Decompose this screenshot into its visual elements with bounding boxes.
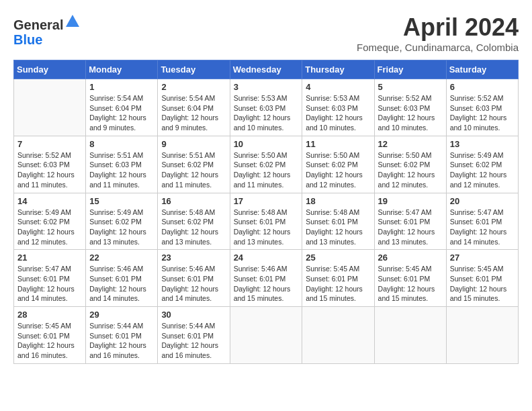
day-info: Sunrise: 5:48 AMSunset: 6:02 PMDaylight:…	[161, 208, 226, 247]
calendar-cell: 11Sunrise: 5:50 AMSunset: 6:02 PMDayligh…	[302, 136, 374, 193]
calendar-cell: 5Sunrise: 5:52 AMSunset: 6:03 PMDaylight…	[374, 79, 446, 136]
day-info: Sunrise: 5:46 AMSunset: 6:01 PMDaylight:…	[161, 264, 226, 304]
day-number: 6	[450, 82, 515, 92]
calendar-cell: 8Sunrise: 5:51 AMSunset: 6:03 PMDaylight…	[86, 136, 158, 193]
title-area: April 2024 Fomeque, Cundinamarca, Colomb…	[357, 13, 519, 53]
day-number: 3	[234, 82, 299, 92]
logo-blue: Blue	[13, 32, 42, 47]
day-info: Sunrise: 5:44 AMSunset: 6:01 PMDaylight:…	[161, 321, 226, 361]
weekday-header: Friday	[374, 60, 446, 79]
day-info: Sunrise: 5:53 AMSunset: 6:03 PMDaylight:…	[306, 93, 370, 133]
day-info: Sunrise: 5:49 AMSunset: 6:02 PMDaylight:…	[89, 208, 154, 247]
calendar-cell: 14Sunrise: 5:49 AMSunset: 6:02 PMDayligh…	[14, 193, 86, 250]
page-header: General Blue April 2024 Fomeque, Cundina…	[13, 13, 519, 53]
day-info: Sunrise: 5:45 AMSunset: 6:01 PMDaylight:…	[17, 321, 82, 361]
day-info: Sunrise: 5:51 AMSunset: 6:03 PMDaylight:…	[89, 150, 154, 190]
day-number: 2	[161, 82, 226, 92]
day-number: 7	[17, 139, 82, 149]
day-info: Sunrise: 5:49 AMSunset: 6:02 PMDaylight:…	[450, 150, 515, 190]
day-number: 12	[378, 139, 443, 149]
day-info: Sunrise: 5:47 AMSunset: 6:01 PMDaylight:…	[450, 208, 515, 247]
calendar-cell: 16Sunrise: 5:48 AMSunset: 6:02 PMDayligh…	[158, 193, 230, 250]
day-number: 21	[17, 253, 82, 263]
calendar-cell	[14, 79, 86, 136]
calendar-cell	[302, 307, 374, 364]
day-info: Sunrise: 5:48 AMSunset: 6:01 PMDaylight:…	[234, 208, 299, 247]
calendar-cell: 25Sunrise: 5:45 AMSunset: 6:01 PMDayligh…	[302, 250, 374, 307]
logo: General Blue	[13, 13, 81, 47]
day-info: Sunrise: 5:46 AMSunset: 6:01 PMDaylight:…	[89, 264, 154, 304]
calendar-cell: 10Sunrise: 5:50 AMSunset: 6:02 PMDayligh…	[230, 136, 302, 193]
calendar-cell: 3Sunrise: 5:53 AMSunset: 6:03 PMDaylight…	[230, 79, 302, 136]
day-number: 25	[306, 253, 370, 263]
calendar-cell: 18Sunrise: 5:48 AMSunset: 6:01 PMDayligh…	[302, 193, 374, 250]
day-number: 14	[17, 196, 82, 206]
calendar-cell: 4Sunrise: 5:53 AMSunset: 6:03 PMDaylight…	[302, 79, 374, 136]
day-info: Sunrise: 5:50 AMSunset: 6:02 PMDaylight:…	[306, 150, 370, 190]
calendar-cell: 27Sunrise: 5:45 AMSunset: 6:01 PMDayligh…	[446, 250, 518, 307]
logo-general: General	[13, 17, 63, 32]
calendar-cell: 20Sunrise: 5:47 AMSunset: 6:01 PMDayligh…	[446, 193, 518, 250]
day-number: 26	[378, 253, 443, 263]
day-number: 4	[306, 82, 370, 92]
day-info: Sunrise: 5:51 AMSunset: 6:02 PMDaylight:…	[161, 150, 226, 190]
weekday-header: Thursday	[302, 60, 374, 79]
weekday-header: Saturday	[446, 60, 518, 79]
day-info: Sunrise: 5:53 AMSunset: 6:03 PMDaylight:…	[234, 93, 299, 133]
calendar-cell	[230, 307, 302, 364]
day-number: 8	[89, 139, 154, 149]
calendar-cell: 30Sunrise: 5:44 AMSunset: 6:01 PMDayligh…	[158, 307, 230, 364]
weekday-header: Tuesday	[158, 60, 230, 79]
calendar-cell: 9Sunrise: 5:51 AMSunset: 6:02 PMDaylight…	[158, 136, 230, 193]
day-number: 24	[234, 253, 299, 263]
calendar-cell: 26Sunrise: 5:45 AMSunset: 6:01 PMDayligh…	[374, 250, 446, 307]
day-number: 23	[161, 253, 226, 263]
day-info: Sunrise: 5:54 AMSunset: 6:04 PMDaylight:…	[161, 93, 226, 133]
calendar-cell: 21Sunrise: 5:47 AMSunset: 6:01 PMDayligh…	[14, 250, 86, 307]
day-number: 13	[450, 139, 515, 149]
calendar-cell	[374, 307, 446, 364]
day-info: Sunrise: 5:52 AMSunset: 6:03 PMDaylight:…	[378, 93, 443, 133]
calendar-cell: 12Sunrise: 5:50 AMSunset: 6:02 PMDayligh…	[374, 136, 446, 193]
location: Fomeque, Cundinamarca, Colombia	[357, 42, 519, 53]
calendar-table: SundayMondayTuesdayWednesdayThursdayFrid…	[13, 60, 519, 364]
day-number: 27	[450, 253, 515, 263]
calendar-week-row: 21Sunrise: 5:47 AMSunset: 6:01 PMDayligh…	[14, 250, 519, 307]
calendar-week-row: 28Sunrise: 5:45 AMSunset: 6:01 PMDayligh…	[14, 307, 519, 364]
day-info: Sunrise: 5:45 AMSunset: 6:01 PMDaylight:…	[306, 264, 370, 304]
calendar-cell: 15Sunrise: 5:49 AMSunset: 6:02 PMDayligh…	[86, 193, 158, 250]
calendar-cell: 29Sunrise: 5:44 AMSunset: 6:01 PMDayligh…	[86, 307, 158, 364]
day-number: 10	[234, 139, 299, 149]
calendar-cell: 2Sunrise: 5:54 AMSunset: 6:04 PMDaylight…	[158, 79, 230, 136]
day-number: 22	[89, 253, 154, 263]
day-number: 1	[89, 82, 154, 92]
calendar-week-row: 7Sunrise: 5:52 AMSunset: 6:03 PMDaylight…	[14, 136, 519, 193]
day-number: 30	[161, 310, 226, 320]
day-info: Sunrise: 5:50 AMSunset: 6:02 PMDaylight:…	[378, 150, 443, 190]
weekday-header: Sunday	[14, 60, 86, 79]
calendar-cell: 6Sunrise: 5:52 AMSunset: 6:03 PMDaylight…	[446, 79, 518, 136]
day-info: Sunrise: 5:54 AMSunset: 6:04 PMDaylight:…	[89, 93, 154, 133]
day-number: 19	[378, 196, 443, 206]
day-info: Sunrise: 5:52 AMSunset: 6:03 PMDaylight:…	[17, 150, 82, 190]
day-number: 11	[306, 139, 370, 149]
calendar-cell: 13Sunrise: 5:49 AMSunset: 6:02 PMDayligh…	[446, 136, 518, 193]
calendar-week-row: 14Sunrise: 5:49 AMSunset: 6:02 PMDayligh…	[14, 193, 519, 250]
calendar-cell: 23Sunrise: 5:46 AMSunset: 6:01 PMDayligh…	[158, 250, 230, 307]
day-number: 29	[89, 310, 154, 320]
day-number: 28	[17, 310, 82, 320]
day-number: 15	[89, 196, 154, 206]
day-info: Sunrise: 5:45 AMSunset: 6:01 PMDaylight:…	[378, 264, 443, 304]
calendar-cell: 28Sunrise: 5:45 AMSunset: 6:01 PMDayligh…	[14, 307, 86, 364]
day-number: 16	[161, 196, 226, 206]
day-info: Sunrise: 5:47 AMSunset: 6:01 PMDaylight:…	[17, 264, 82, 304]
day-number: 9	[161, 139, 226, 149]
day-info: Sunrise: 5:47 AMSunset: 6:01 PMDaylight:…	[378, 208, 443, 247]
svg-marker-0	[66, 15, 79, 27]
weekday-header: Wednesday	[230, 60, 302, 79]
day-info: Sunrise: 5:52 AMSunset: 6:03 PMDaylight:…	[450, 93, 515, 133]
day-number: 17	[234, 196, 299, 206]
calendar-header-row: SundayMondayTuesdayWednesdayThursdayFrid…	[14, 60, 519, 79]
calendar-cell: 17Sunrise: 5:48 AMSunset: 6:01 PMDayligh…	[230, 193, 302, 250]
month-title: April 2024	[357, 13, 519, 42]
